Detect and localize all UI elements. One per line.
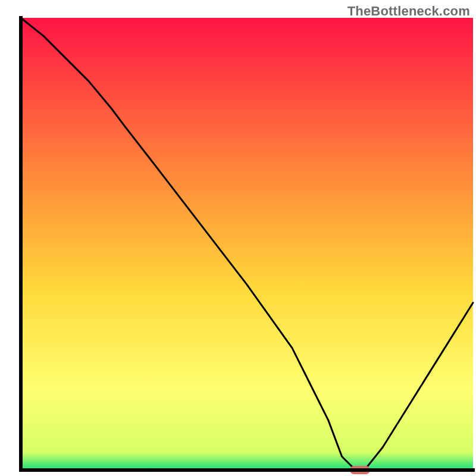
bottleneck-chart (0, 0, 476, 476)
chart-container: TheBottleneck.com (0, 0, 476, 476)
watermark-label: TheBottleneck.com (347, 4, 470, 19)
svg-rect-0 (21, 18, 473, 470)
